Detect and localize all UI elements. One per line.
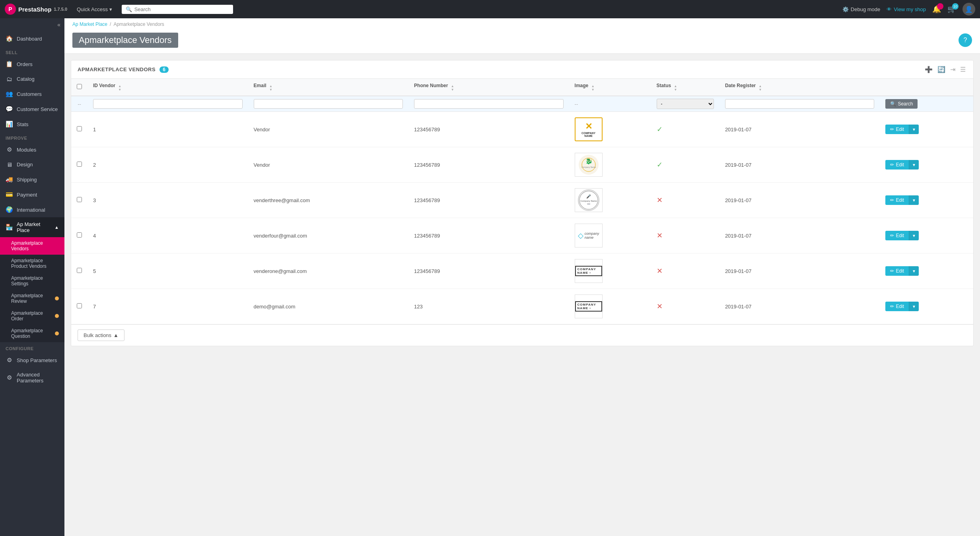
row3-checkbox[interactable] (77, 197, 82, 202)
bold-company-text: COMPANY NAME › (575, 266, 602, 276)
search-input[interactable] (134, 6, 229, 12)
sidebar-item-design[interactable]: 🖥 Design (0, 157, 64, 172)
catalog-icon: 🗂 (6, 76, 13, 82)
vendor4-logo: ◇ companyname (575, 224, 603, 248)
row4-checkbox[interactable] (77, 232, 82, 238)
quick-access-button[interactable]: Quick Access ▾ (74, 5, 115, 14)
collapse-icon[interactable]: « (57, 21, 60, 28)
status-no-icon: ✕ (657, 232, 663, 240)
sidebar-item-shipping[interactable]: 🚚 Shipping (0, 172, 64, 187)
filter-search-label: Search (898, 101, 913, 107)
eye-icon: 👁 (887, 6, 892, 12)
breadcrumb-parent[interactable]: Ap Market Place (72, 21, 107, 27)
submenu-item-product-vendors[interactable]: Apmarketplace Product Vendors (0, 255, 64, 272)
submenu-item-question[interactable]: Apmarketplace Question (0, 325, 64, 342)
submenu-item-settings[interactable]: Apmarketplace Settings (0, 272, 64, 290)
submenu-item-review[interactable]: Apmarketplace Review (0, 290, 64, 307)
sidebar-item-ap-marketplace[interactable]: 🏪 Ap Market Place ▲ (0, 217, 64, 237)
row2-edit-dropdown[interactable]: ▼ (909, 160, 919, 170)
phone-sort-icons[interactable]: ▲▼ (451, 85, 454, 92)
export-icon[interactable]: ⇥ (949, 64, 957, 74)
search-container: 🔍 (122, 5, 233, 14)
filter-date-input[interactable] (725, 99, 875, 109)
filter-phone-input[interactable] (414, 99, 564, 109)
order-badge (55, 314, 59, 318)
row4-checkbox-cell (71, 218, 88, 253)
row1-edit-button[interactable]: ✏ Edit (885, 125, 909, 134)
row5-edit-button[interactable]: ✏ Edit (885, 266, 909, 276)
sidebar-item-payment[interactable]: 💳 Payment (0, 187, 64, 202)
row5-id: 5 (88, 253, 248, 289)
filter-status-select[interactable]: -YesNo (657, 99, 714, 109)
x-icon: ✕ (585, 121, 592, 132)
bulk-actions-button[interactable]: Bulk actions ▲ (78, 329, 124, 341)
filter-id-input[interactable] (93, 99, 243, 109)
vendor1-logo: ✕ COMPANYNAME (575, 117, 603, 141)
orders-icon[interactable]: 🛒 10 (947, 5, 956, 14)
row1-edit-dropdown[interactable]: ▼ (909, 125, 919, 134)
view-shop-link[interactable]: 👁 View my shop (887, 6, 926, 12)
sidebar-item-catalog[interactable]: 🗂 Catalog (0, 72, 64, 86)
dashboard-label: Dashboard (17, 36, 42, 42)
sidebar-item-advanced-parameters[interactable]: ⚙ Advanced Parameters (0, 368, 64, 388)
row4-actions: ✏ Edit ▼ (880, 218, 973, 253)
logo-text: PrestaShop (18, 6, 51, 13)
row4-edit-button[interactable]: ✏ Edit (885, 231, 909, 240)
row1-phone: 123456789 (408, 112, 569, 147)
th-id-vendor[interactable]: ID Vendor ▲▼ (88, 79, 248, 96)
image-sort-icons[interactable]: ▲▼ (591, 85, 595, 92)
row4-edit-dropdown[interactable]: ▼ (909, 231, 919, 240)
row7-edit-button[interactable]: ✏ Edit (885, 302, 909, 311)
filter-email-input[interactable] (254, 99, 403, 109)
customer-service-label: Customer Service (17, 106, 58, 112)
th-image[interactable]: Image ▲▼ (569, 79, 651, 96)
id-sort-icons[interactable]: ▲▼ (118, 85, 121, 92)
filter-search-button[interactable]: 🔍 Search (885, 99, 918, 109)
row3-date: 2019-01-07 (719, 183, 880, 218)
submenu-item-order[interactable]: Apmarketplace Order (0, 307, 64, 325)
status-sort-icons[interactable]: ▲▼ (674, 85, 677, 92)
th-email[interactable]: Email ▲▼ (248, 79, 409, 96)
logo[interactable]: P PrestaShop 1.7.5.0 (5, 4, 67, 15)
email-sort-icons[interactable]: ▲▼ (269, 85, 272, 92)
refresh-icon[interactable]: 🔄 (936, 64, 947, 74)
sidebar-item-customers[interactable]: 👥 Customers (0, 86, 64, 101)
row5-checkbox[interactable] (77, 268, 82, 273)
row2-status: ✓ (651, 147, 719, 183)
avatar-button[interactable]: 👤 (962, 3, 975, 16)
row5-image: COMPANY NAME › (569, 253, 651, 289)
row1-checkbox[interactable] (77, 126, 82, 131)
row7-edit-dropdown[interactable]: ▼ (909, 302, 919, 311)
submenu-item-vendors[interactable]: Apmarketplace Vendors (0, 237, 64, 255)
notifications-icon[interactable]: 🔔 (932, 5, 941, 14)
ap-settings-label: Apmarketplace Settings (11, 275, 59, 287)
row3-edit-dropdown[interactable]: ▼ (909, 195, 919, 205)
sidebar-item-orders[interactable]: 📋 Orders (0, 57, 64, 72)
add-icon[interactable]: ➕ (924, 64, 934, 74)
sidebar-item-modules[interactable]: ⚙ Modules (0, 142, 64, 157)
columns-icon[interactable]: ☰ (959, 64, 967, 74)
sidebar-toggle[interactable]: « (0, 18, 64, 31)
sidebar-item-international[interactable]: 🌍 International (0, 202, 64, 217)
th-status[interactable]: Status ▲▼ (651, 79, 719, 96)
row3-edit-button[interactable]: ✏ Edit (885, 195, 909, 205)
sidebar-item-shop-parameters[interactable]: ⚙ Shop Parameters (0, 353, 64, 368)
breadcrumb: Ap Market Place / Apmarketplace Vendors (72, 18, 972, 29)
row5-edit-dropdown[interactable]: ▼ (909, 266, 919, 276)
catalog-label: Catalog (17, 76, 35, 82)
date-sort-icons[interactable]: ▲▼ (759, 85, 762, 92)
row7-checkbox[interactable] (77, 303, 82, 308)
row2-image: 🐉 Company Name (569, 147, 651, 183)
search-icon-small: 🔍 (890, 101, 896, 107)
row2-checkbox[interactable] (77, 162, 82, 167)
row2-edit-button[interactable]: ✏ Edit (885, 160, 909, 170)
circle-badge-svg: 🎤 Company Name 👓 (578, 190, 599, 210)
sidebar-item-stats[interactable]: 📊 Stats (0, 117, 64, 132)
th-date[interactable]: Date Register ▲▼ (719, 79, 880, 96)
sidebar-item-dashboard[interactable]: 🏠 Dashboard (0, 31, 64, 46)
th-phone[interactable]: Phone Number ▲▼ (408, 79, 569, 96)
select-all-checkbox[interactable] (77, 84, 82, 89)
sidebar-item-customer-service[interactable]: 💬 Customer Service (0, 101, 64, 117)
debug-mode[interactable]: ⚙️ Debug mode (842, 6, 880, 12)
help-button[interactable]: ? (959, 33, 972, 47)
